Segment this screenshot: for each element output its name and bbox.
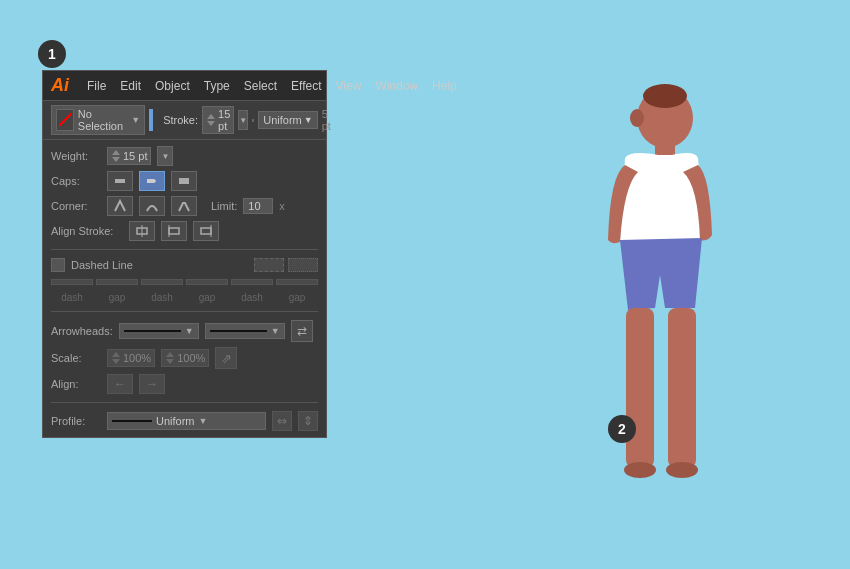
- menu-effect[interactable]: Effect: [291, 79, 321, 93]
- profile-value: Uniform: [156, 415, 195, 427]
- fill-box-icon[interactable]: [149, 109, 153, 131]
- stroke-value: 15 pt: [218, 108, 230, 132]
- menu-select[interactable]: Select: [244, 79, 277, 93]
- scale-link-button[interactable]: ⇗: [215, 347, 237, 369]
- dash-gap-grid: [51, 279, 318, 285]
- round-cap-button[interactable]: [139, 171, 165, 191]
- dash-input-2[interactable]: [141, 279, 183, 285]
- svg-rect-12: [626, 308, 654, 468]
- uniform-chevron-icon: ▼: [304, 115, 313, 125]
- ai-logo: Ai: [51, 75, 69, 96]
- stroke-spinner[interactable]: [206, 113, 216, 127]
- arrowhead-start-dropdown[interactable]: ▼: [119, 323, 199, 339]
- profile-dropdown[interactable]: Uniform ▼: [107, 412, 266, 430]
- dash-style-2[interactable]: [288, 258, 318, 272]
- butt-cap-button[interactable]: [107, 171, 133, 191]
- arrowheads-label: Arrowheads:: [51, 325, 113, 337]
- dashed-line-label: Dashed Line: [71, 259, 133, 271]
- align-row: Align: ← →: [51, 374, 318, 394]
- profile-label: Profile:: [51, 415, 101, 427]
- menu-view[interactable]: View: [336, 79, 362, 93]
- dropdown-chevron-icon[interactable]: ▼: [131, 115, 140, 125]
- arrowhead-end-dropdown[interactable]: ▼: [205, 323, 285, 339]
- stroke-line-preview: [252, 119, 254, 122]
- weight-spinner[interactable]: [111, 149, 121, 163]
- uniform-dropdown[interactable]: Uniform ▼: [258, 111, 317, 129]
- swap-arrows-button[interactable]: ⇄: [291, 320, 313, 342]
- dashed-line-row: Dashed Line: [51, 258, 318, 272]
- scale2-field[interactable]: 100%: [161, 349, 209, 367]
- panel-body: Weight: 15 pt ▼ Caps:: [43, 140, 326, 437]
- menu-edit[interactable]: Edit: [120, 79, 141, 93]
- weight-field[interactable]: 15 pt: [107, 147, 151, 165]
- dash-style-1[interactable]: [254, 258, 284, 272]
- uniform-label: Uniform: [263, 114, 302, 126]
- align-left-button[interactable]: ←: [107, 374, 133, 394]
- dash-label-3: dash: [231, 292, 273, 303]
- profile-flip-h-button[interactable]: ⇔: [272, 411, 292, 431]
- arrow-start-chevron: ▼: [185, 326, 194, 336]
- miter-join-button[interactable]: [107, 196, 133, 216]
- align-right-button[interactable]: →: [139, 374, 165, 394]
- dashed-line-checkbox[interactable]: [51, 258, 65, 272]
- square-cap-button[interactable]: [171, 171, 197, 191]
- align-outside-button[interactable]: [193, 221, 219, 241]
- gap-label-2: gap: [186, 292, 228, 303]
- weight-unit-dropdown[interactable]: ▼: [157, 146, 173, 166]
- limit-input[interactable]: 10: [243, 198, 273, 214]
- gap-input-2[interactable]: [186, 279, 228, 285]
- svg-point-16: [630, 109, 644, 127]
- align-stroke-label: Align Stroke:: [51, 225, 123, 237]
- menu-file[interactable]: File: [87, 79, 106, 93]
- round-join-button[interactable]: [139, 196, 165, 216]
- menu-window[interactable]: Window: [375, 79, 418, 93]
- profile-flip-v-button[interactable]: ⇕: [298, 411, 318, 431]
- stroke-unit-dropdown[interactable]: ▼: [238, 110, 248, 130]
- caps-label: Caps:: [51, 175, 101, 187]
- scale1-field[interactable]: 100%: [107, 349, 155, 367]
- bevel-join-button[interactable]: [171, 196, 197, 216]
- svg-rect-2: [147, 179, 154, 183]
- align-inside-button[interactable]: [161, 221, 187, 241]
- dash-input-1[interactable]: [51, 279, 93, 285]
- svg-rect-0: [115, 179, 123, 183]
- scale1-value: 100%: [123, 352, 151, 364]
- stroke-label: Stroke:: [163, 114, 198, 126]
- weight-value: 15 pt: [123, 150, 147, 162]
- align-label: Align:: [51, 378, 101, 390]
- arrowheads-row: Arrowheads: ▼ ▼ ⇄: [51, 320, 318, 342]
- ai-stroke-panel: Ai File Edit Object Type Select Effect V…: [42, 70, 327, 438]
- profile-chevron-icon: ▼: [199, 416, 208, 426]
- menu-help[interactable]: Help: [432, 79, 457, 93]
- gap-label-1: gap: [96, 292, 138, 303]
- ai-menu-bar: Ai File Edit Object Type Select Effect V…: [43, 71, 326, 101]
- gap-input-1[interactable]: [96, 279, 138, 285]
- scale2-value: 100%: [177, 352, 205, 364]
- divider-2: [51, 311, 318, 312]
- corner-label: Corner:: [51, 200, 101, 212]
- svg-rect-6: [169, 228, 179, 234]
- stroke-color-icon: [56, 109, 74, 131]
- svg-point-14: [624, 462, 656, 478]
- gap-input-3[interactable]: [276, 279, 318, 285]
- profile-line: [112, 420, 152, 422]
- stroke-value-field[interactable]: 15 pt: [202, 106, 234, 134]
- gap-label-3: gap: [276, 292, 318, 303]
- dash-input-3[interactable]: [231, 279, 273, 285]
- svg-rect-3: [179, 178, 189, 184]
- scale1-spinner[interactable]: [111, 351, 121, 365]
- dash-gap-labels: dash gap dash gap dash gap: [51, 292, 318, 303]
- scale-label: Scale:: [51, 352, 101, 364]
- caps-row: Caps:: [51, 171, 318, 191]
- menu-object[interactable]: Object: [155, 79, 190, 93]
- align-center-button[interactable]: [129, 221, 155, 241]
- step-badge-2: 2: [608, 415, 636, 443]
- svg-rect-8: [201, 228, 211, 234]
- menu-type[interactable]: Type: [204, 79, 230, 93]
- step-badge-1: 1: [38, 40, 66, 68]
- weight-row: Weight: 15 pt ▼: [51, 146, 318, 166]
- scale2-spinner[interactable]: [165, 351, 175, 365]
- pt-value: 5 pt: [322, 108, 331, 132]
- dash-label-2: dash: [141, 292, 183, 303]
- no-selection-dropdown[interactable]: No Selection ▼: [51, 105, 145, 135]
